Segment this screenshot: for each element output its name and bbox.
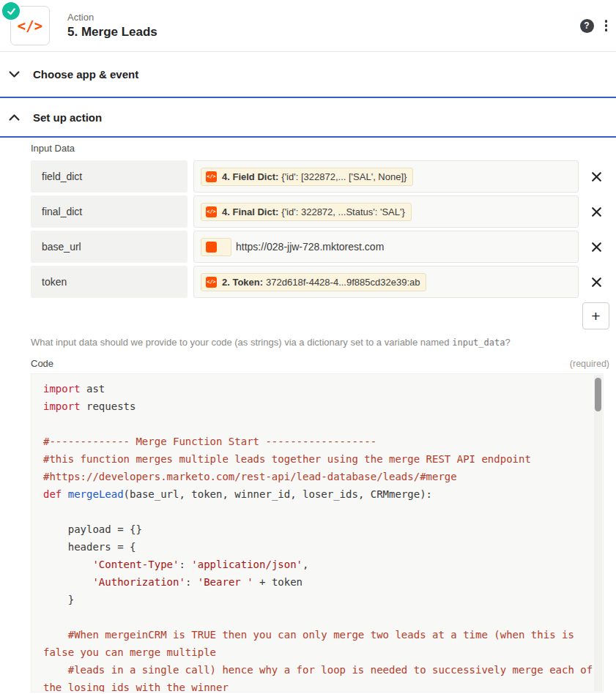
mapped-field-pill[interactable] (201, 238, 231, 256)
remove-input-button[interactable] (583, 234, 609, 260)
code-line: #leads in a single call) hence why a for… (43, 661, 594, 693)
code-step-icon: </> (206, 206, 217, 217)
code-line (43, 415, 594, 433)
close-icon (591, 277, 602, 288)
code-line: import requests (43, 398, 594, 415)
code-label: Code (31, 358, 53, 369)
input-key-field[interactable]: token (31, 266, 188, 298)
step-titles: Action 5. Merge Leads (67, 12, 157, 40)
code-line: } (43, 591, 594, 608)
pill-prefix: 4. Field Dict: (222, 171, 278, 182)
input-data-row: base_url https://028-jjw-728.mktorest.co… (31, 231, 609, 263)
kebab-menu-button[interactable] (604, 18, 609, 34)
section-set-up-action[interactable]: Set up action (0, 98, 616, 138)
pill-prefix: 4. Final Dict: (222, 206, 278, 217)
inline-code-input-data: input_data (452, 337, 505, 348)
pill-value: {'id': [322872,... ['SAL', None]} (281, 171, 407, 182)
help-text-after: ? (505, 337, 510, 348)
input-data-row: final_dict </> 4. Final Dict: {'id': 322… (31, 195, 609, 228)
code-line: def mergeLead(base_url, token, winner_id… (43, 485, 594, 503)
remove-input-button[interactable] (583, 269, 609, 295)
input-key-field[interactable]: base_url (31, 231, 188, 263)
code-line: #------------- Merge Function Start ----… (43, 433, 594, 450)
code-line: #this function merges multiple leads tog… (43, 450, 594, 468)
code-line: 'Authorization': 'Bearer ' + token (43, 573, 594, 591)
section-choose-app-event[interactable]: Choose app & event (0, 52, 616, 98)
step-kicker: Action (67, 12, 157, 23)
input-key-field[interactable]: final_dict (31, 195, 188, 228)
input-value-text: https://028-jjw-728.mktorest.com (231, 241, 384, 253)
mapped-field-pill[interactable]: </> 4. Final Dict: {'id': 322872, ...Sta… (201, 203, 412, 221)
close-icon (591, 242, 602, 253)
code-line: headers = { (43, 538, 594, 556)
code-line: #When mergeinCRM is TRUE then you can on… (43, 626, 594, 661)
code-line: import ast (43, 380, 594, 398)
section-label: Choose app & event (33, 68, 138, 81)
input-value-field[interactable]: https://028-jjw-728.mktorest.com (193, 231, 579, 263)
input-rows: field_dict </> 4. Field Dict: {'id': [32… (31, 160, 609, 298)
add-input-button[interactable]: + (582, 302, 609, 329)
code-step-icon: </> (206, 171, 217, 182)
step-header: </> Action 5. Merge Leads ? (0, 0, 616, 52)
code-scrollbar-thumb[interactable] (595, 378, 601, 411)
mapped-field-pill[interactable]: </> 4. Field Dict: {'id': [322872,... ['… (201, 168, 413, 186)
pill-prefix: 2. Token: (222, 277, 263, 288)
check-icon (6, 6, 17, 17)
input-data-row: token </> 2. Token: 372d618f-4428-4...9f… (31, 266, 609, 298)
input-data-label: Input Data (31, 143, 609, 154)
code-scrollbar-track[interactable] (594, 375, 602, 691)
mapped-field-pill[interactable]: </> 2. Token: 372d618f-4428-4...9f885cd3… (201, 273, 426, 291)
close-icon (591, 206, 602, 217)
input-value-field[interactable]: </> 4. Field Dict: {'id': [322872,... ['… (193, 160, 579, 193)
help-button[interactable]: ? (580, 19, 594, 33)
input-value-field[interactable]: </> 4. Final Dict: {'id': 322872, ...Sta… (193, 195, 579, 228)
code-editor[interactable]: import astimport requests#------------- … (31, 373, 604, 693)
help-text-before: What input data should we provide to you… (31, 337, 452, 348)
remove-input-button[interactable] (583, 163, 609, 190)
code-line (43, 503, 594, 520)
remove-input-button[interactable] (583, 198, 609, 225)
close-icon (591, 171, 602, 182)
code-step-icon (206, 242, 217, 253)
input-key-field[interactable]: field_dict (31, 160, 188, 193)
code-content: import astimport requests#------------- … (43, 380, 594, 693)
chevron-up-icon (8, 111, 21, 124)
pill-value: 372d618f-4428-4...9f885cd32e39:ab (266, 277, 420, 288)
code-line: 'Content-Type': 'application/json', (43, 556, 594, 573)
required-badge: (required) (570, 359, 609, 369)
pill-value: {'id': 322872, ...Status': 'SAL'} (281, 206, 405, 217)
setup-action-content: Input Data field_dict </> 4. Field Dict:… (0, 138, 616, 693)
chevron-down-icon (8, 68, 21, 81)
input-data-row: field_dict </> 4. Field Dict: {'id': [32… (31, 160, 609, 193)
step-complete-check-icon (1, 1, 21, 21)
input-data-help-text: What input data should we provide to you… (31, 337, 609, 348)
code-line: #https://developers.marketo.com/rest-api… (43, 468, 594, 485)
code-step-icon: </> (206, 277, 217, 288)
code-line (43, 608, 594, 626)
section-label: Set up action (33, 111, 102, 124)
code-line: payload = {} (43, 520, 594, 538)
step-title: 5. Merge Leads (67, 25, 157, 40)
input-value-field[interactable]: </> 2. Token: 372d618f-4428-4...9f885cd3… (193, 266, 579, 298)
